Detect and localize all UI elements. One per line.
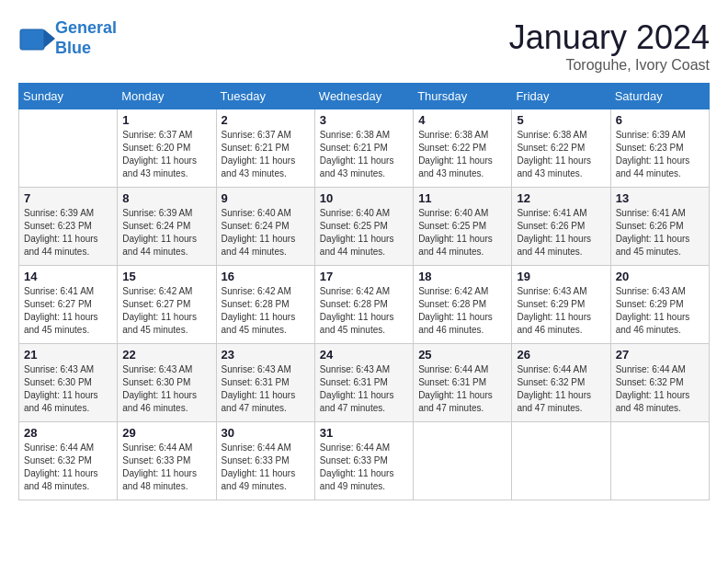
- calendar-cell: [19, 109, 118, 188]
- weekday-header-saturday: Saturday: [610, 84, 709, 109]
- day-detail: Sunrise: 6:44 AMSunset: 6:31 PMDaylight:…: [418, 363, 506, 415]
- calendar-cell: 17Sunrise: 6:42 AMSunset: 6:28 PMDayligh…: [314, 266, 413, 344]
- day-detail: Sunrise: 6:44 AMSunset: 6:32 PMDaylight:…: [517, 363, 605, 415]
- day-detail: Sunrise: 6:41 AMSunset: 6:26 PMDaylight:…: [517, 207, 605, 259]
- calendar-cell: [414, 422, 512, 500]
- day-number: 14: [24, 270, 112, 283]
- day-number: 11: [418, 191, 506, 205]
- day-number: 22: [122, 348, 210, 362]
- svg-rect-0: [20, 29, 44, 50]
- day-number: 20: [616, 270, 704, 283]
- calendar-cell: 30Sunrise: 6:44 AMSunset: 6:33 PMDayligh…: [216, 422, 314, 500]
- calendar-cell: 15Sunrise: 6:42 AMSunset: 6:27 PMDayligh…: [118, 266, 216, 344]
- week-row-3: 14Sunrise: 6:41 AMSunset: 6:27 PMDayligh…: [19, 266, 710, 344]
- calendar-cell: 3Sunrise: 6:38 AMSunset: 6:21 PMDaylight…: [314, 109, 413, 188]
- day-detail: Sunrise: 6:44 AMSunset: 6:32 PMDaylight:…: [616, 363, 704, 415]
- day-number: 2: [222, 113, 310, 127]
- day-detail: Sunrise: 6:40 AMSunset: 6:25 PMDaylight:…: [320, 207, 408, 259]
- calendar-cell: 4Sunrise: 6:38 AMSunset: 6:22 PMDaylight…: [414, 109, 512, 188]
- day-detail: Sunrise: 6:39 AMSunset: 6:23 PMDaylight:…: [24, 207, 112, 259]
- calendar-cell: 19Sunrise: 6:43 AMSunset: 6:29 PMDayligh…: [512, 266, 610, 344]
- calendar-cell: 28Sunrise: 6:44 AMSunset: 6:32 PMDayligh…: [19, 422, 118, 500]
- day-number: 10: [320, 191, 408, 205]
- day-detail: Sunrise: 6:43 AMSunset: 6:29 PMDaylight:…: [616, 285, 704, 337]
- day-detail: Sunrise: 6:37 AMSunset: 6:20 PMDaylight:…: [122, 129, 210, 180]
- calendar-cell: [610, 422, 709, 500]
- day-detail: Sunrise: 6:37 AMSunset: 6:21 PMDaylight:…: [222, 129, 310, 180]
- calendar-cell: 8Sunrise: 6:39 AMSunset: 6:24 PMDaylight…: [118, 188, 216, 266]
- day-detail: Sunrise: 6:38 AMSunset: 6:22 PMDaylight:…: [418, 129, 506, 180]
- weekday-header-sunday: Sunday: [19, 84, 118, 109]
- calendar-cell: 25Sunrise: 6:44 AMSunset: 6:31 PMDayligh…: [414, 344, 512, 422]
- calendar-cell: 20Sunrise: 6:43 AMSunset: 6:29 PMDayligh…: [610, 266, 709, 344]
- logo-text: General Blue: [55, 18, 117, 58]
- calendar-cell: [512, 422, 610, 500]
- calendar-cell: 14Sunrise: 6:41 AMSunset: 6:27 PMDayligh…: [19, 266, 118, 344]
- day-number: 4: [418, 113, 506, 127]
- day-detail: Sunrise: 6:44 AMSunset: 6:33 PMDaylight:…: [122, 442, 210, 493]
- day-detail: Sunrise: 6:43 AMSunset: 6:31 PMDaylight:…: [320, 363, 408, 415]
- day-detail: Sunrise: 6:42 AMSunset: 6:28 PMDaylight:…: [320, 285, 408, 337]
- day-number: 5: [517, 113, 605, 127]
- day-number: 12: [517, 191, 605, 205]
- calendar-cell: 26Sunrise: 6:44 AMSunset: 6:32 PMDayligh…: [512, 344, 610, 422]
- day-detail: Sunrise: 6:43 AMSunset: 6:29 PMDaylight:…: [517, 285, 605, 337]
- month-title: January 2024: [509, 18, 710, 57]
- day-number: 6: [616, 113, 704, 127]
- day-number: 23: [222, 348, 310, 362]
- day-detail: Sunrise: 6:43 AMSunset: 6:30 PMDaylight:…: [122, 363, 210, 415]
- day-number: 27: [616, 348, 704, 362]
- weekday-header-thursday: Thursday: [414, 84, 512, 109]
- weekday-header-wednesday: Wednesday: [314, 84, 413, 109]
- day-detail: Sunrise: 6:41 AMSunset: 6:27 PMDaylight:…: [24, 285, 112, 337]
- calendar-cell: 7Sunrise: 6:39 AMSunset: 6:23 PMDaylight…: [19, 188, 118, 266]
- week-row-5: 28Sunrise: 6:44 AMSunset: 6:32 PMDayligh…: [19, 422, 710, 500]
- day-number: 15: [122, 270, 210, 283]
- day-number: 30: [222, 426, 310, 440]
- day-number: 17: [320, 270, 408, 283]
- calendar-cell: 16Sunrise: 6:42 AMSunset: 6:28 PMDayligh…: [216, 266, 314, 344]
- day-number: 25: [418, 348, 506, 362]
- calendar-table: SundayMondayTuesdayWednesdayThursdayFrid…: [18, 83, 710, 500]
- weekday-header-row: SundayMondayTuesdayWednesdayThursdayFrid…: [19, 84, 710, 109]
- calendar-cell: 21Sunrise: 6:43 AMSunset: 6:30 PMDayligh…: [19, 344, 118, 422]
- calendar-cell: 31Sunrise: 6:44 AMSunset: 6:33 PMDayligh…: [314, 422, 413, 500]
- day-detail: Sunrise: 6:38 AMSunset: 6:22 PMDaylight:…: [517, 129, 605, 180]
- week-row-2: 7Sunrise: 6:39 AMSunset: 6:23 PMDaylight…: [19, 188, 710, 266]
- day-detail: Sunrise: 6:43 AMSunset: 6:30 PMDaylight:…: [24, 363, 112, 415]
- day-number: 8: [122, 191, 210, 205]
- calendar-cell: 9Sunrise: 6:40 AMSunset: 6:24 PMDaylight…: [216, 188, 314, 266]
- weekday-header-tuesday: Tuesday: [216, 84, 314, 109]
- calendar-cell: 22Sunrise: 6:43 AMSunset: 6:30 PMDayligh…: [118, 344, 216, 422]
- day-number: 19: [517, 270, 605, 283]
- location-title: Toroguhe, Ivory Coast: [509, 57, 710, 74]
- day-detail: Sunrise: 6:38 AMSunset: 6:21 PMDaylight:…: [320, 129, 408, 180]
- weekday-header-friday: Friday: [512, 84, 610, 109]
- day-number: 24: [320, 348, 408, 362]
- day-number: 1: [122, 113, 210, 127]
- day-detail: Sunrise: 6:44 AMSunset: 6:33 PMDaylight:…: [222, 442, 310, 493]
- day-number: 9: [222, 191, 310, 205]
- day-number: 7: [24, 191, 112, 205]
- day-detail: Sunrise: 6:42 AMSunset: 6:27 PMDaylight:…: [122, 285, 210, 337]
- calendar-cell: 6Sunrise: 6:39 AMSunset: 6:23 PMDaylight…: [610, 109, 709, 188]
- calendar-cell: 5Sunrise: 6:38 AMSunset: 6:22 PMDaylight…: [512, 109, 610, 188]
- calendar-cell: 2Sunrise: 6:37 AMSunset: 6:21 PMDaylight…: [216, 109, 314, 188]
- day-number: 28: [24, 426, 112, 440]
- day-detail: Sunrise: 6:39 AMSunset: 6:24 PMDaylight:…: [122, 207, 210, 259]
- day-detail: Sunrise: 6:40 AMSunset: 6:25 PMDaylight:…: [418, 207, 506, 259]
- calendar-cell: 13Sunrise: 6:41 AMSunset: 6:26 PMDayligh…: [610, 188, 709, 266]
- page-header: General Blue January 2024 Toroguhe, Ivor…: [18, 18, 710, 74]
- calendar-cell: 12Sunrise: 6:41 AMSunset: 6:26 PMDayligh…: [512, 188, 610, 266]
- day-detail: Sunrise: 6:41 AMSunset: 6:26 PMDaylight:…: [616, 207, 704, 259]
- day-number: 18: [418, 270, 506, 283]
- day-number: 16: [222, 270, 310, 283]
- week-row-4: 21Sunrise: 6:43 AMSunset: 6:30 PMDayligh…: [19, 344, 710, 422]
- day-detail: Sunrise: 6:42 AMSunset: 6:28 PMDaylight:…: [222, 285, 310, 337]
- calendar-cell: 18Sunrise: 6:42 AMSunset: 6:28 PMDayligh…: [414, 266, 512, 344]
- calendar-cell: 29Sunrise: 6:44 AMSunset: 6:33 PMDayligh…: [118, 422, 216, 500]
- calendar-cell: 23Sunrise: 6:43 AMSunset: 6:31 PMDayligh…: [216, 344, 314, 422]
- logo-icon: [18, 22, 51, 55]
- day-detail: Sunrise: 6:40 AMSunset: 6:24 PMDaylight:…: [222, 207, 310, 259]
- day-detail: Sunrise: 6:44 AMSunset: 6:33 PMDaylight:…: [320, 442, 408, 493]
